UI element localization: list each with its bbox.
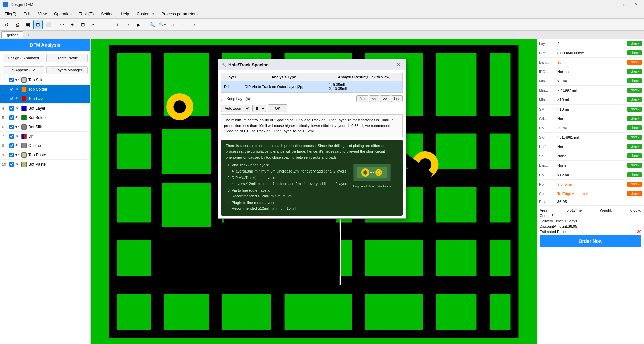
layer-item[interactable]: 1👁Top Silk [0,75,90,85]
tool-zoom-out[interactable]: 🔍− [158,20,167,29]
tool-fit[interactable]: ▣ [23,20,32,29]
row-check-btn[interactable]: :check [627,97,642,102]
canvas-area[interactable]: 🔧 Hole/Track Spacing ✕ Layer Analysis Ty… [91,39,537,344]
layer-visibility-checkbox[interactable] [9,153,14,157]
tool-print[interactable]: 🖨 [12,20,22,29]
tab-add-btn[interactable]: + [24,31,32,39]
row-check-btn[interactable]: :check [627,172,642,177]
tool-add[interactable]: + [113,20,122,29]
row-check-btn[interactable]: :check [627,125,642,130]
row-check-btn[interactable]: :check [627,191,642,196]
tool-undo[interactable]: ↩ [57,20,67,29]
row-check-btn[interactable]: :check [627,116,642,121]
row-check-btn[interactable]: :check [627,41,642,46]
row-label: Co... [539,192,557,196]
tool-back[interactable]: ← [178,20,188,29]
table-row[interactable]: Drl DIP Via to Track on Outer Layer(2p, … [221,81,403,93]
row-check-btn[interactable]: :check [627,144,642,149]
layer-visibility-checkbox[interactable] [9,143,14,148]
tool-cut[interactable]: ✂ [89,20,98,29]
row-result[interactable]: 1, 9.35mil 2, 10.35mil [326,81,403,93]
order-now-btn[interactable]: Order Now [540,235,641,247]
layer-visibility-checkbox[interactable] [9,125,14,129]
row-check-btn[interactable]: :check [627,78,642,83]
row-check-btn[interactable]: :check [627,163,642,168]
inline-diagram [352,162,392,183]
row-check-btn[interactable]: :check [627,107,642,112]
dialog-close-btn[interactable]: ✕ [395,61,402,68]
layer-item[interactable]: 8👁Outline [0,141,90,150]
row-check-btn[interactable]: :check [627,69,642,74]
layer-name-label: Top Silk [28,78,88,82]
layer-visibility-checkbox[interactable] [9,162,14,167]
tool-zoom-in[interactable]: 🔍 [147,20,157,29]
tool-play[interactable]: ▶ [133,20,143,29]
tool-minus[interactable]: ⊟ [78,20,88,29]
row-value: None [557,117,627,121]
layer-eye-icon: 👁 [15,125,20,129]
zoom-select[interactable]: Auto zoom [221,105,250,112]
nav-next-btn[interactable]: >> [380,95,390,102]
menu-edit[interactable]: Edit [20,10,34,18]
layer-item[interactable]: 6👁Bot Silk [0,122,90,132]
nav-first-btn[interactable]: first [356,95,368,102]
tool-refresh[interactable]: ↺ [2,20,11,29]
tool-select[interactable]: ⊞ [33,20,43,29]
weight-label: Weight: [600,208,612,212]
row-check-btn[interactable]: :check [627,88,642,93]
tool-line[interactable]: — [102,20,112,29]
keep-layers-checkbox[interactable] [221,97,225,101]
layer-item[interactable]: 10👁Bot Paste [0,160,90,169]
menu-help[interactable]: Help [118,10,133,18]
design-simulated-btn[interactable]: Design / Simulated [3,54,44,62]
layer-item[interactable]: 9👁Top Paste [0,150,90,160]
layer-visibility-checkbox[interactable] [9,87,14,92]
layer-item[interactable]: 7👁Drl [0,132,90,141]
menu-file[interactable]: File(F) [1,10,20,18]
layer-item[interactable]: 2👁Top Solder [0,85,90,94]
minimize-btn[interactable]: − [608,1,619,8]
layer-item[interactable]: 5👁Bot Solder [0,113,90,122]
nav-last-btn[interactable]: last [391,95,403,102]
tool-forward[interactable]: → [189,20,198,29]
layer-color-swatch [21,106,27,111]
right-panel-row: Gri...None:check [537,114,644,123]
tab-gerber[interactable]: gerber [1,31,23,38]
tool-rect[interactable]: ⬜ [44,20,53,29]
layer-visibility-checkbox[interactable] [9,96,14,101]
layer-number: 10 [2,162,8,166]
layer-visibility-checkbox[interactable] [9,106,14,111]
menu-setting[interactable]: Setting [98,10,117,18]
menu-view[interactable]: View [35,10,50,18]
field-select[interactable]: !! [252,105,266,112]
menu-bar: File(F) Edit View Operation Tools(T) Set… [0,9,644,19]
row-check-btn[interactable]: :check [627,182,642,187]
row-check-btn[interactable]: :check [627,153,642,158]
tool-star[interactable]: ✦ [68,20,77,29]
layer-item[interactable]: 3👁Top Layer [0,94,90,104]
ok-btn[interactable]: OK [268,104,287,112]
maximize-btn[interactable]: □ [619,1,630,8]
menu-operation[interactable]: Operation [51,10,75,18]
tool-resize[interactable]: ↔ [123,20,132,29]
nav-prev-btn[interactable]: << [369,95,379,102]
row-check-btn[interactable]: :check [627,50,642,55]
append-file-btn[interactable]: ⊕ Append File [3,66,44,74]
menu-tools[interactable]: Tools(T) [76,10,97,18]
layer-visibility-checkbox[interactable] [9,134,14,139]
layer-item[interactable]: 4👁Bot Layer [0,104,90,113]
layer-visibility-checkbox[interactable] [9,78,14,82]
layer-name-label: Bot Layer [28,106,88,111]
dialog-header[interactable]: 🔧 Hole/Track Spacing ✕ [218,59,406,70]
layers-manager-btn[interactable]: ☰ Layers Manager [46,66,88,74]
area-value: 0.0174m² [567,208,582,212]
row-check-btn[interactable]: :check [627,135,642,140]
close-btn[interactable]: ✕ [631,1,641,8]
create-profile-btn[interactable]: Create Profile [46,54,88,62]
warning-item-3: Via to line (outer layer):Recommended ≥1… [232,188,348,199]
row-check-btn[interactable]: :check [627,60,642,65]
tool-home[interactable]: ⌂ [168,20,177,29]
menu-process[interactable]: Process parameters [158,10,201,18]
menu-customer[interactable]: Customer [133,10,157,18]
layer-visibility-checkbox[interactable] [9,115,14,120]
